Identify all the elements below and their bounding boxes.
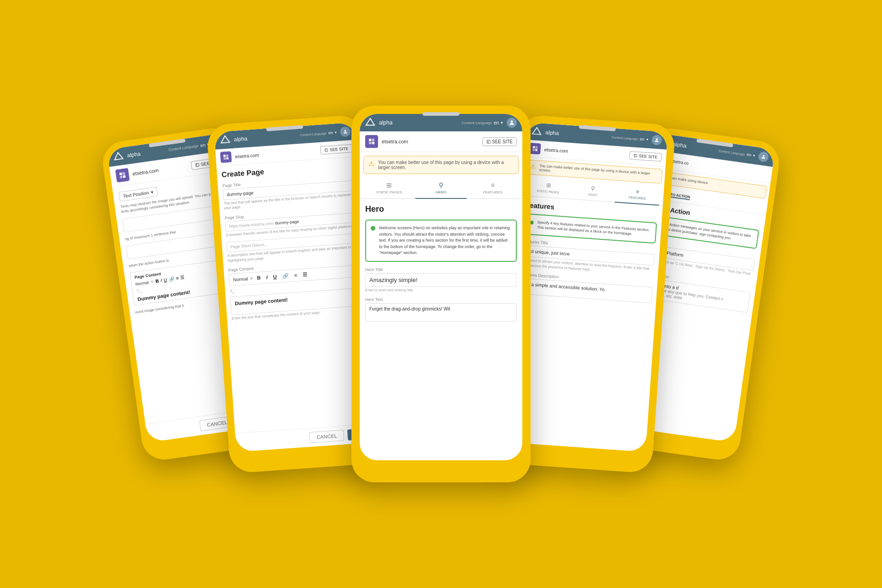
site-url-3: etsetra.com (382, 139, 479, 144)
user-avatar-4[interactable] (651, 135, 662, 145)
tab-features-4[interactable]: ≡ FEATURES (615, 183, 661, 206)
lang-selector-2[interactable]: Content Language en ▾ (300, 130, 337, 137)
app-name-2: alpha (234, 132, 297, 142)
ul-btn[interactable]: ☰ (300, 271, 309, 279)
features-desc-field: Features Description It's a simple and a… (520, 272, 653, 303)
info-dot (371, 226, 375, 231)
pages-icon-4: ⊞ (546, 182, 551, 189)
svg-rect-23 (533, 146, 535, 148)
link-btn-2[interactable]: 🔗 (280, 272, 291, 280)
site-url-4: etsetra.com (544, 147, 626, 157)
link-btn[interactable]: 🔗 (169, 276, 175, 282)
logo-icon-4 (531, 126, 542, 137)
site-bar-3: etsetra.com SEE SITE (360, 131, 522, 152)
italic-btn[interactable]: I (160, 278, 162, 283)
svg-rect-11 (224, 158, 226, 160)
hero-text-input[interactable]: Forget the drag-and-drop gimmicks! Wit (365, 303, 517, 322)
svg-rect-10 (226, 154, 228, 157)
app-name-3: alpha (379, 119, 458, 126)
features-icon-3: ≡ (491, 181, 495, 189)
svg-rect-5 (123, 175, 125, 178)
see-site-btn-3[interactable]: SEE SITE (482, 137, 517, 146)
underline-btn-2[interactable]: U (271, 273, 279, 281)
cancel-btn-2[interactable]: CANCEL (310, 430, 345, 443)
list-btn[interactable]: ≡ (176, 276, 179, 281)
svg-rect-6 (196, 163, 199, 167)
svg-rect-24 (535, 146, 537, 148)
features-icon-4: ≡ (636, 188, 639, 195)
bold-btn-2[interactable]: B (255, 274, 263, 282)
see-site-btn-2[interactable]: SEE SITE (320, 144, 353, 155)
user-avatar-5[interactable] (758, 151, 769, 163)
svg-rect-20 (487, 140, 490, 143)
user-avatar-2[interactable] (340, 126, 351, 137)
tab-hero-3[interactable]: ⚲ HERO (415, 178, 467, 199)
alert-text-3: You can make better use of this page by … (378, 160, 514, 170)
lang-selector-5[interactable]: Content Language en ▾ (718, 148, 755, 158)
features-info-card: Specify 4 key features related to your s… (524, 213, 657, 243)
content-area-3: Hero Welcome screens (Hero) on websites … (360, 199, 522, 460)
slug-value: dummy-page (275, 219, 299, 226)
page-title-field: Page Title dummy-page The text that will… (222, 175, 356, 211)
list2-btn[interactable]: ☰ (180, 275, 185, 280)
logo-icon-3 (365, 118, 375, 128)
svg-rect-17 (372, 139, 374, 141)
svg-point-29 (763, 155, 765, 157)
svg-marker-21 (532, 127, 541, 135)
hero-icon-4: ⚲ (591, 185, 595, 192)
lang-selector-3[interactable]: Content Language en ▾ (462, 120, 503, 125)
svg-rect-12 (226, 157, 228, 159)
svg-rect-2 (119, 173, 122, 175)
user-avatar-3[interactable] (507, 118, 517, 128)
cta-info-text: Call to Action messages on your service … (657, 220, 754, 244)
app-name-1: alpha (127, 147, 165, 158)
tab-static-pages-4[interactable]: ⊞ STATIC PAGES (526, 177, 571, 199)
hero-text-field: Hero Text Forget the drag-and-drop gimmi… (365, 297, 517, 322)
underline-btn[interactable]: U (164, 277, 168, 283)
phones-container: alpha Content Language en ▾ etsetr (0, 0, 882, 588)
site-icon-4 (529, 143, 541, 155)
tab-static-pages-3[interactable]: ⊞ STATIC PAGES (363, 178, 415, 199)
hero-info-card: Welcome screens (Hero) on websites play … (365, 220, 517, 262)
page-content-field: Page Content Normal ⊕ B I U 🔗 ≡ ☰ Ŧx (228, 259, 364, 321)
page-slug-field: Page Slug https://www.etsetra.com/ dummy… (225, 206, 358, 237)
hero-text-label: Hero Text (365, 297, 517, 302)
hero-info-text: Welcome screens (Hero) on websites play … (379, 225, 511, 256)
italic-btn-2[interactable]: I (264, 273, 270, 281)
alert-icon-4: ⚠ (531, 163, 536, 170)
site-icon-3 (365, 135, 378, 148)
normal-option: Normal (135, 280, 149, 287)
hero-icon-3: ⚲ (439, 181, 443, 189)
svg-rect-27 (634, 154, 637, 157)
hero-title-field: Hero Title Amazingly simple! Enter a sho… (365, 267, 517, 293)
tabs-bar-3: ⊞ STATIC PAGES ⚲ HERO ≡ FEATURES (360, 178, 522, 199)
site-url-2: etsetra.com (235, 148, 317, 159)
site-icon-1 (115, 168, 130, 183)
logo-icon-1 (113, 151, 124, 163)
app-header-3: alpha Content Language en ▾ (360, 114, 522, 131)
svg-rect-9 (223, 155, 226, 157)
hero-title-input[interactable]: Amazingly simple! (365, 273, 517, 287)
svg-marker-7 (220, 136, 229, 143)
svg-rect-19 (372, 142, 374, 144)
tab-hero-4[interactable]: ⚲ HERO (570, 180, 616, 203)
app-name-4: alpha (545, 129, 608, 140)
phone-notch-3 (423, 112, 459, 116)
phone-3: alpha Content Language en ▾ etsetra.com (351, 106, 531, 482)
bold-btn[interactable]: B (155, 278, 159, 284)
features-title-field: Features Title Not unique, just incre Yo… (521, 239, 656, 277)
hero-title-help: Enter a short and striking title. (365, 288, 517, 293)
svg-rect-3 (122, 172, 125, 175)
alert-text-4: You can make better use of this page by … (539, 164, 658, 180)
see-site-btn-4[interactable]: SEE SITE (629, 151, 662, 162)
svg-rect-4 (120, 175, 123, 178)
svg-rect-18 (369, 142, 371, 144)
tab-features-3[interactable]: ≡ FEATURES (467, 178, 519, 199)
format-select[interactable]: Normal (233, 276, 248, 282)
svg-rect-26 (535, 149, 537, 151)
svg-point-22 (656, 138, 658, 140)
hero-title-label: Hero Title (365, 267, 517, 272)
lang-selector-4[interactable]: Content Language en ▾ (611, 135, 648, 142)
pages-icon-3: ⊞ (386, 181, 392, 189)
ol-btn[interactable]: ≡ (292, 271, 300, 279)
